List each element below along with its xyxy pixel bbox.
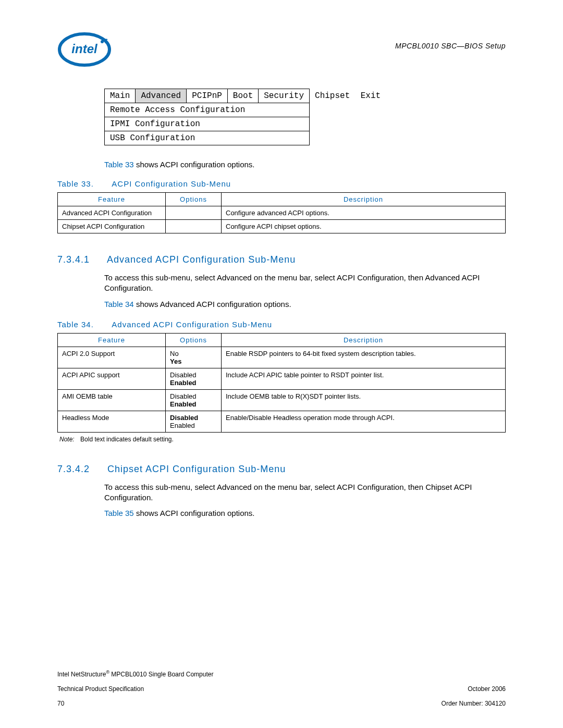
section-7341-line2: Table 34 shows Advanced ACPI configurati… xyxy=(104,299,506,310)
section-7342-para: To access this sub-menu, select Advanced… xyxy=(104,482,506,503)
th-description: Description xyxy=(222,333,506,347)
page-header: intel MPCBL0010 SBC—BIOS Setup xyxy=(57,31,506,68)
tab-main[interactable]: Main xyxy=(105,89,136,103)
table-row: Advanced ACPI Configuration Configure ad… xyxy=(58,206,506,220)
th-feature: Feature xyxy=(58,333,166,347)
table-row: ACPI 2.0 Support NoYes Enable RSDP point… xyxy=(58,347,506,368)
table34-note: Note: Bold text indicates default settin… xyxy=(59,436,506,443)
table35-link[interactable]: Table 35 xyxy=(104,509,134,517)
tab-chipset[interactable]: Chipset xyxy=(310,89,356,103)
page: intel MPCBL0010 SBC—BIOS Setup Main Adva… xyxy=(0,0,563,728)
tab-pcipnp[interactable]: PCIPnP xyxy=(187,89,228,103)
submenu-usb[interactable]: USB Configuration xyxy=(105,131,310,145)
intro-line: Table 33 shows ACPI configuration option… xyxy=(104,160,506,169)
table-row: ACPI APIC support DisabledEnabled Includ… xyxy=(58,368,506,389)
table34-link[interactable]: Table 34 xyxy=(104,300,134,309)
table-row: Chipset ACPI Configuration Configure ACP… xyxy=(58,220,506,233)
section-7342-heading: 7.3.4.2 Chipset ACPI Configuration Sub-M… xyxy=(57,464,506,475)
footer-left: Intel NetStructure® MPCBL0010 Single Boa… xyxy=(57,662,213,707)
th-feature: Feature xyxy=(58,193,166,206)
table33: Feature Options Description Advanced ACP… xyxy=(57,192,506,233)
footer-right: October 2006 Order Number: 304120 xyxy=(442,678,506,707)
submenu-remote-access[interactable]: Remote Access Configuration xyxy=(105,103,310,117)
table33-link[interactable]: Table 33 xyxy=(104,160,134,169)
table-row: Headless Mode DisabledEnabled Enable/Dis… xyxy=(58,411,506,432)
header-doc-title: MPCBL0010 SBC—BIOS Setup xyxy=(395,42,506,50)
table33-caption: Table 33. ACPI Configuration Sub-Menu xyxy=(57,179,506,188)
tab-security[interactable]: Security xyxy=(259,89,310,103)
th-options: Options xyxy=(166,333,222,347)
svg-text:intel: intel xyxy=(71,42,98,56)
tab-boot[interactable]: Boot xyxy=(227,89,258,103)
tab-exit[interactable]: Exit xyxy=(356,89,386,103)
table34-caption: Table 34. Advanced ACPI Configuration Su… xyxy=(57,320,506,329)
section-7341-para: To access this sub-menu, select Advanced… xyxy=(104,273,506,294)
tab-advanced[interactable]: Advanced xyxy=(136,89,187,103)
submenu-ipmi[interactable]: IPMI Configuration xyxy=(105,117,310,131)
table-row: AMI OEMB table DisabledEnabled Include O… xyxy=(58,389,506,411)
intel-logo: intel xyxy=(57,31,112,68)
table34: Feature Options Description ACPI 2.0 Sup… xyxy=(57,333,506,433)
bios-menu: Main Advanced PCIPnP Boot Security Chips… xyxy=(104,89,386,145)
section-7341-heading: 7.3.4.1 Advanced ACPI Configuration Sub-… xyxy=(57,254,506,265)
page-footer: Intel NetStructure® MPCBL0010 Single Boa… xyxy=(57,662,506,707)
th-options: Options xyxy=(166,193,222,206)
page-number: 70 xyxy=(57,700,64,707)
th-description: Description xyxy=(222,193,506,206)
section-7342-line2: Table 35 shows ACPI configuration option… xyxy=(104,508,506,519)
